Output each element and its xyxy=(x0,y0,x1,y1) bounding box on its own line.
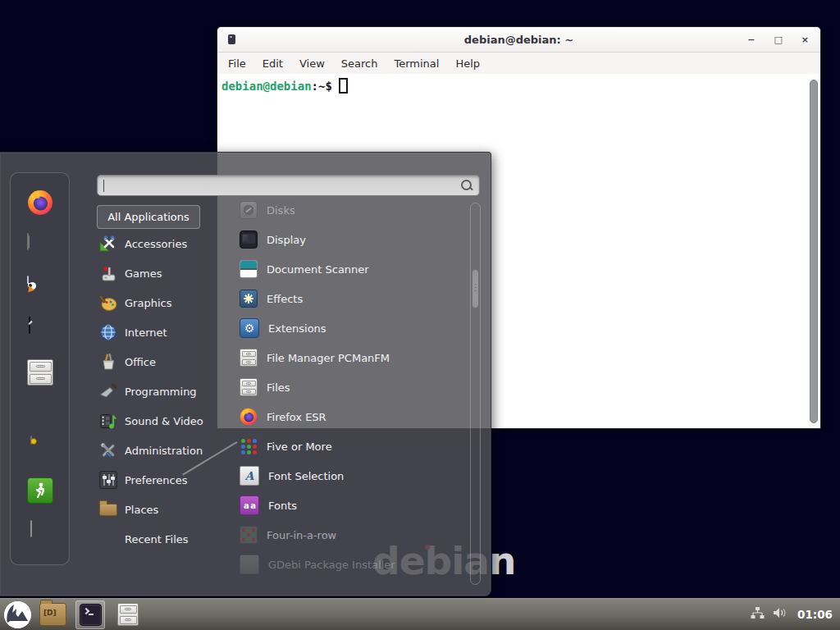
favorite-terminal-button[interactable] xyxy=(29,317,30,334)
firefox-icon xyxy=(27,189,53,216)
shut-down-button[interactable] xyxy=(30,520,32,537)
category-administration[interactable]: Administration xyxy=(92,436,217,465)
terminal-title: debian@debian: ~ xyxy=(217,34,820,46)
menu-scrollbar-thumb[interactable] xyxy=(472,269,479,308)
app-label: Font Selection xyxy=(268,470,344,482)
display-icon xyxy=(240,231,258,249)
category-places[interactable]: Places xyxy=(92,495,217,524)
log-out-icon xyxy=(31,482,49,500)
accessories-icon xyxy=(99,235,117,253)
favorite-keyboard-button[interactable] xyxy=(27,233,29,250)
category-label: Accessories xyxy=(125,238,187,250)
terminal-scrollbar[interactable] xyxy=(809,78,819,427)
category-sound-video[interactable]: Sound & Video xyxy=(92,406,217,436)
sound-video-icon xyxy=(99,412,117,430)
menu-terminal[interactable]: Terminal xyxy=(386,57,447,70)
app-row-document-scanner[interactable]: Document Scanner xyxy=(220,254,466,284)
category-accessories[interactable]: Accessories xyxy=(92,229,217,258)
prompt-user-host: debian@debian xyxy=(221,80,312,93)
app-row-files[interactable]: Files xyxy=(220,372,466,402)
category-label: Administration xyxy=(125,445,203,457)
volume-icon[interactable] xyxy=(773,606,788,623)
app-row-gdebi-package-installer: GDebi Package Installer xyxy=(220,550,466,579)
category-office[interactable]: Office xyxy=(92,347,217,377)
app-label: Files xyxy=(267,381,290,394)
close-button[interactable]: × xyxy=(801,35,809,44)
menu-view[interactable]: View xyxy=(291,57,333,70)
application-menu: All Applications Accessories xyxy=(0,152,491,596)
all-applications-button[interactable]: All Applications xyxy=(97,205,200,229)
category-list: Accessories Games xyxy=(92,229,217,554)
category-label: Recent Files xyxy=(125,533,189,546)
administration-icon xyxy=(99,441,117,459)
document-scanner-icon xyxy=(240,260,258,278)
category-label: Games xyxy=(125,267,162,280)
firefox-icon xyxy=(240,408,258,426)
app-label: File Manager PCManFM xyxy=(267,352,390,364)
log-out-button[interactable] xyxy=(27,477,53,504)
graphics-icon xyxy=(99,294,117,312)
app-row-four-in-a-row: Four-in-a-row xyxy=(220,520,466,550)
category-games[interactable]: Games xyxy=(92,258,217,288)
category-programming[interactable]: Programming xyxy=(92,377,217,406)
menu-help[interactable]: Help xyxy=(447,57,488,70)
effects-icon xyxy=(240,290,258,308)
maximize-button[interactable]: □ xyxy=(774,35,782,44)
app-label: Five or More xyxy=(267,441,332,453)
menu-edit[interactable]: Edit xyxy=(254,57,291,70)
menu-search[interactable]: Search xyxy=(333,57,386,70)
app-row-extensions[interactable]: Extensions xyxy=(220,313,466,343)
taskbar-terminal-button[interactable] xyxy=(75,600,105,629)
file-cabinet-icon xyxy=(240,378,258,396)
app-row-disks: Disks xyxy=(220,195,466,225)
office-icon xyxy=(99,353,117,371)
app-label: Disks xyxy=(267,204,295,217)
five-or-more-icon xyxy=(240,437,258,455)
terminal-scrollbar-thumb[interactable] xyxy=(810,80,818,423)
terminal-icon xyxy=(80,604,102,626)
category-label: Preferences xyxy=(125,474,187,486)
app-label: Document Scanner xyxy=(267,263,369,276)
disks-icon xyxy=(240,201,258,219)
terminal-menubar: File Edit View Search Terminal Help xyxy=(217,52,820,74)
speech-bubble-icon xyxy=(27,276,29,284)
category-internet[interactable]: Internet xyxy=(92,317,217,347)
network-icon[interactable] xyxy=(751,606,765,623)
programming-icon xyxy=(99,382,117,400)
search-input[interactable] xyxy=(103,178,448,193)
app-row-fonts[interactable]: Fonts xyxy=(220,491,466,520)
menu-file[interactable]: File xyxy=(220,57,254,70)
app-row-file-manager-pcmanfm[interactable]: File Manager PCManFM xyxy=(220,343,466,372)
app-label: Four-in-a-row xyxy=(267,529,336,541)
favorite-file-manager-button[interactable] xyxy=(27,359,53,386)
taskbar-file-manager-button[interactable] xyxy=(117,603,139,626)
category-label: Places xyxy=(125,504,158,516)
folder-badge: [D] xyxy=(43,609,57,617)
category-preferences[interactable]: Preferences xyxy=(92,465,217,495)
search-icon xyxy=(461,180,472,190)
app-label: Effects xyxy=(267,293,303,305)
file-cabinet-icon xyxy=(240,349,258,367)
category-label: Graphics xyxy=(125,297,171,309)
app-row-effects[interactable]: Effects xyxy=(220,284,466,313)
app-label: GDebi Package Installer xyxy=(268,559,395,571)
start-menu-button[interactable] xyxy=(4,601,31,628)
favorite-firefox-button[interactable] xyxy=(27,189,53,216)
app-row-five-or-more[interactable]: Five or More xyxy=(220,431,466,461)
app-row-display[interactable]: Display xyxy=(220,225,466,254)
category-recent-files[interactable]: Recent Files xyxy=(92,524,217,554)
menu-search-box[interactable] xyxy=(97,175,480,196)
application-list: Disks Display Document Scanner Effects E… xyxy=(220,195,466,579)
category-graphics[interactable]: Graphics xyxy=(92,288,217,317)
app-row-font-selection[interactable]: Font Selection xyxy=(220,461,466,491)
gdebi-icon xyxy=(240,555,259,574)
menu-scrollbar[interactable] xyxy=(470,203,481,585)
four-in-a-row-icon xyxy=(240,526,258,544)
category-label: Sound & Video xyxy=(125,415,203,427)
taskbar-clock[interactable]: 01:06 xyxy=(797,608,833,621)
minimize-button[interactable]: − xyxy=(747,35,755,44)
terminal-titlebar[interactable]: debian@debian: ~ − □ × xyxy=(217,27,820,52)
category-label: Programming xyxy=(125,386,197,398)
desktop-folder-button[interactable]: [D] xyxy=(39,603,66,626)
app-row-firefox-esr[interactable]: Firefox ESR xyxy=(220,402,466,431)
